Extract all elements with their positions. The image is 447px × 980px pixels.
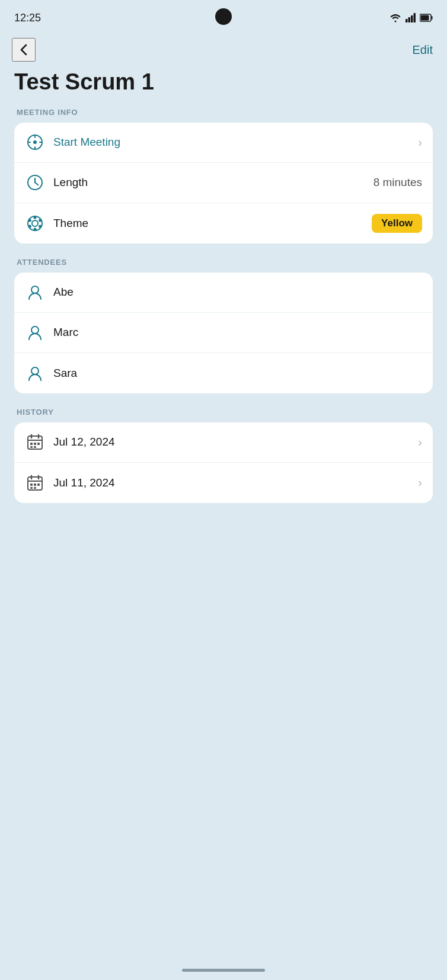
history-date-1: Jul 11, 2024: [53, 476, 412, 489]
history-chevron-0: ›: [418, 435, 422, 449]
attendees-card: Abe Marc Sara: [14, 273, 433, 393]
svg-rect-2: [411, 15, 413, 23]
svg-point-26: [31, 367, 39, 374]
start-meeting-label: Start Meeting: [53, 136, 412, 149]
length-icon: [25, 172, 45, 193]
svg-rect-42: [37, 483, 40, 486]
page-title: Test Scrum 1: [0, 64, 447, 108]
bottom-nav-indicator: [182, 969, 265, 972]
history-card: Jul 12, 2024 › Jul 11, 2024 ›: [14, 422, 433, 503]
history-chevron-1: ›: [418, 476, 422, 489]
header: Edit: [0, 33, 447, 64]
svg-rect-3: [414, 13, 416, 23]
svg-rect-40: [30, 483, 33, 486]
attendee-marc-name: Marc: [53, 326, 422, 339]
length-item[interactable]: Length 8 minutes: [14, 163, 433, 203]
camera-indicator: [215, 8, 232, 25]
svg-rect-5: [432, 16, 433, 20]
status-time: 12:25: [14, 12, 41, 24]
attendee-abe-icon: [25, 282, 45, 302]
start-meeting-chevron: ›: [418, 136, 422, 149]
history-calendar-icon-0: [25, 432, 45, 452]
history-item-0[interactable]: Jul 12, 2024 ›: [14, 422, 433, 463]
svg-point-19: [39, 219, 41, 222]
battery-icon: [420, 14, 433, 22]
attendee-marc-icon: [25, 322, 45, 342]
wifi-icon: [389, 13, 402, 23]
svg-point-20: [39, 225, 41, 228]
history-section: HISTORY Jul 12, 2024 ›: [0, 408, 447, 503]
status-bar: 12:25: [0, 0, 447, 33]
svg-line-15: [35, 182, 38, 185]
back-button[interactable]: [12, 38, 36, 62]
theme-label: Theme: [53, 217, 372, 230]
svg-point-24: [31, 286, 39, 293]
length-label: Length: [53, 176, 373, 189]
history-item-1[interactable]: Jul 11, 2024 ›: [14, 463, 433, 503]
history-calendar-icon-1: [25, 473, 45, 493]
attendee-sara[interactable]: Sara: [14, 353, 433, 393]
svg-rect-0: [406, 19, 408, 23]
start-meeting-item[interactable]: Start Meeting ›: [14, 123, 433, 163]
svg-rect-41: [34, 483, 36, 486]
svg-point-8: [33, 140, 37, 144]
svg-point-22: [28, 225, 31, 228]
attendee-marc[interactable]: Marc: [14, 313, 433, 353]
svg-rect-44: [34, 487, 36, 489]
theme-value-badge: Yellow: [372, 214, 422, 233]
attendee-sara-icon: [25, 363, 45, 383]
theme-item[interactable]: Theme Yellow: [14, 203, 433, 244]
svg-rect-34: [30, 446, 33, 448]
attendees-section: ATTENDEES Abe Marc: [0, 258, 447, 393]
edit-button[interactable]: Edit: [413, 43, 433, 57]
length-value: 8 minutes: [373, 176, 422, 189]
svg-rect-32: [34, 443, 36, 445]
back-icon: [15, 41, 32, 58]
svg-rect-1: [408, 17, 411, 23]
svg-point-25: [31, 326, 39, 334]
meeting-info-card: Start Meeting › Length 8 minutes: [14, 123, 433, 244]
history-date-0: Jul 12, 2024: [53, 435, 412, 449]
svg-point-17: [32, 220, 38, 226]
svg-point-21: [34, 228, 37, 230]
attendee-abe-name: Abe: [53, 286, 422, 299]
start-meeting-icon: [25, 132, 45, 152]
attendees-label: ATTENDEES: [14, 258, 433, 267]
theme-icon: [25, 213, 45, 233]
svg-rect-35: [34, 446, 36, 448]
history-label: HISTORY: [14, 408, 433, 417]
svg-rect-31: [30, 443, 33, 445]
meeting-info-label: MEETING INFO: [14, 108, 433, 117]
signal-icon: [406, 13, 416, 23]
attendee-abe[interactable]: Abe: [14, 273, 433, 313]
status-icons: [389, 13, 433, 23]
svg-rect-43: [30, 487, 33, 489]
svg-point-18: [34, 216, 37, 219]
svg-point-23: [28, 219, 31, 222]
attendee-sara-name: Sara: [53, 367, 422, 380]
svg-rect-33: [37, 443, 40, 445]
meeting-info-section: MEETING INFO Start Meeting ›: [0, 108, 447, 244]
svg-rect-6: [421, 15, 429, 21]
